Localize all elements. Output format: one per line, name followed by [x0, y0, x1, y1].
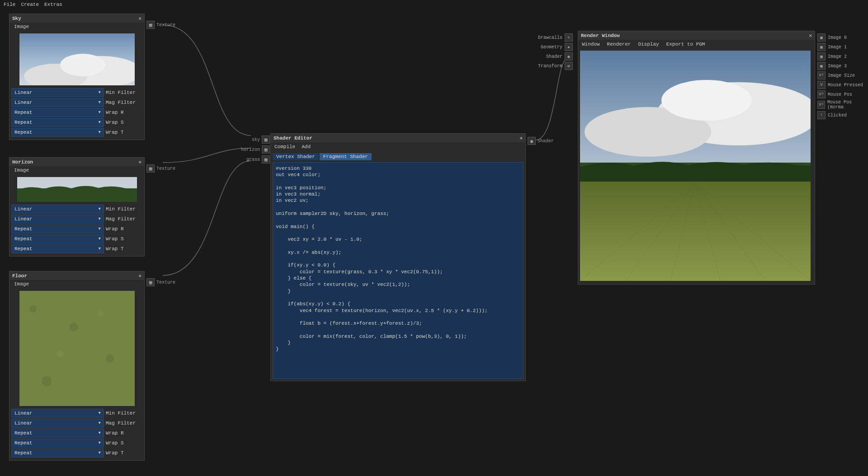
panel-title-text: Render Window	[581, 33, 620, 38]
dropdown-min-filter[interactable]: Linear	[11, 88, 104, 97]
image-icon: ▦	[262, 135, 270, 144]
panel-title-text: Horizon	[12, 159, 33, 165]
render-window-menu: Window Renderer Display Export to PGM	[578, 40, 815, 49]
dropdown-mag-filter[interactable]: Linear	[11, 419, 104, 428]
socket-label: Drawcalls	[538, 35, 562, 40]
svg-point-9	[69, 322, 78, 331]
output-socket-image-2[interactable]: ▦Image 2	[817, 52, 868, 61]
socket-label: horizon	[240, 147, 260, 152]
dropdown-wrap-s[interactable]: Repeat	[11, 118, 104, 127]
property-row: RepeatWrap R	[11, 429, 142, 438]
dropdown-mag-filter[interactable]: Linear	[11, 98, 104, 107]
panel-titlebar[interactable]: Shader Editor ✕	[271, 134, 525, 142]
shader-tabs: Vertex Shader Fragment Shader	[271, 151, 525, 160]
render-output-sockets: ▦Image 0▦Image 1▦Image 2▦Image 3V²Image …	[817, 33, 868, 119]
output-socket-clicked[interactable]: !Clicked	[817, 111, 868, 119]
close-icon[interactable]: ✕	[809, 33, 812, 38]
close-icon[interactable]: ✕	[138, 15, 142, 21]
output-socket-image-size[interactable]: V²Image Size	[817, 71, 868, 79]
svg-point-3	[60, 54, 105, 76]
dropdown-wrap-r[interactable]: Repeat	[11, 108, 104, 117]
output-socket-image-0[interactable]: ▦Image 0	[817, 33, 868, 42]
input-socket-grass[interactable]: grass ▦	[240, 155, 270, 163]
menu-compile[interactable]: Compile	[274, 144, 295, 149]
menu-add[interactable]: Add	[302, 144, 311, 149]
output-socket-texture[interactable]: ▦ Texture	[146, 278, 175, 286]
property-label: Mag Filter	[106, 216, 136, 222]
property-row: LinearMin Filter	[11, 88, 142, 97]
input-socket-geometry[interactable]: Geometry ◈	[541, 43, 573, 51]
property-label: Min Filter	[106, 206, 136, 212]
shader-editor-menu: Compile Add	[271, 142, 525, 151]
panel-titlebar[interactable]: Render Window ✕	[578, 31, 815, 40]
texture-preview-sky[interactable]	[19, 33, 135, 85]
input-socket-drawcalls[interactable]: Drawcalls ✎	[538, 33, 573, 42]
dropdown-mag-filter[interactable]: Linear	[11, 215, 104, 224]
dropdown-min-filter[interactable]: Linear	[11, 409, 104, 418]
dropdown-wrap-t[interactable]: Repeat	[11, 128, 104, 137]
tab-vertex-shader[interactable]: Vertex Shader	[273, 153, 319, 160]
menu-file[interactable]: File	[4, 2, 15, 7]
dropdown-wrap-s[interactable]: Repeat	[11, 234, 104, 243]
panel-subtitle: Image	[9, 166, 144, 174]
close-icon[interactable]: ✕	[138, 159, 142, 165]
output-socket-shader[interactable]: ◉ Shader	[528, 137, 554, 145]
texture-node-sky[interactable]: Sky ✕ Image LinearMin FilterLinearMag Fi…	[9, 14, 145, 140]
property-row: LinearMag Filter	[11, 215, 142, 224]
socket-label: Shader	[546, 54, 562, 59]
socket-label: Texture	[156, 166, 175, 171]
dropdown-wrap-r[interactable]: Repeat	[11, 224, 104, 233]
socket-label: Mouse Pos	[828, 92, 852, 97]
texture-node-horizon[interactable]: Horizon ✕ Image LinearMin FilterLinearMa…	[9, 157, 145, 257]
dropdown-wrap-t[interactable]: Repeat	[11, 244, 104, 253]
dropdown-wrap-t[interactable]: Repeat	[11, 448, 104, 457]
close-icon[interactable]: ✕	[138, 273, 142, 279]
render-window-node[interactable]: Render Window ✕ Window Renderer Display …	[578, 31, 815, 285]
menu-window[interactable]: Window	[582, 42, 600, 47]
property-row: RepeatWrap T	[11, 448, 142, 457]
menu-export-pgm[interactable]: Export to PGM	[666, 42, 705, 47]
type-icon: ▦	[817, 33, 826, 42]
panel-titlebar[interactable]: Floor ✕	[9, 271, 144, 280]
input-socket-sky[interactable]: sky ▦	[240, 135, 270, 144]
shader-editor-node[interactable]: Shader Editor ✕ Compile Add Vertex Shade…	[270, 133, 526, 381]
svg-rect-19	[580, 182, 811, 281]
output-socket-texture[interactable]: ▦ Texture	[146, 164, 175, 173]
property-label: Wrap T	[106, 130, 124, 135]
socket-label: sky	[240, 137, 260, 142]
render-viewport[interactable]	[580, 51, 811, 281]
panel-titlebar[interactable]: Horizon ✕	[9, 158, 144, 166]
shader-icon: ◉	[565, 52, 573, 61]
input-socket-shader[interactable]: Shader ◉	[546, 52, 573, 61]
menu-extras[interactable]: Extras	[44, 2, 62, 7]
socket-label: grass	[240, 157, 260, 162]
output-socket-mouse-pressed[interactable]: VMouse Pressed	[817, 81, 868, 89]
output-socket-mouse-pos-norma[interactable]: V²Mouse Pos (Norma	[817, 100, 868, 110]
close-icon[interactable]: ✕	[519, 135, 523, 141]
texture-preview-floor[interactable]	[19, 291, 135, 406]
dropdown-min-filter[interactable]: Linear	[11, 205, 104, 214]
output-socket-image-3[interactable]: ▦Image 3	[817, 62, 868, 70]
image-icon: ▦	[146, 164, 155, 173]
input-socket-horizon[interactable]: horizon ▦	[240, 145, 270, 154]
node-canvas[interactable]: Sky ✕ Image LinearMin FilterLinearMag Fi…	[0, 9, 868, 476]
output-socket-image-1[interactable]: ▦Image 1	[817, 43, 868, 51]
output-socket-texture[interactable]: ▦ Texture	[146, 21, 175, 29]
panel-titlebar[interactable]: Sky ✕	[9, 14, 144, 23]
transform-icon: ⊞	[565, 62, 573, 70]
panel-title-text: Sky	[12, 16, 21, 21]
input-socket-transform[interactable]: Transform ⊞	[538, 62, 573, 70]
menu-display[interactable]: Display	[638, 42, 659, 47]
dropdown-wrap-s[interactable]: Repeat	[11, 439, 104, 448]
texture-preview-horizon[interactable]	[17, 177, 137, 202]
menu-renderer[interactable]: Renderer	[607, 42, 631, 47]
output-socket-mouse-pos[interactable]: V²Mouse Pos	[817, 90, 868, 98]
dropdown-wrap-r[interactable]: Repeat	[11, 429, 104, 438]
tab-fragment-shader[interactable]: Fragment Shader	[320, 153, 372, 160]
panel-title-text: Floor	[12, 273, 27, 279]
texture-node-floor[interactable]: Floor ✕ Image LinearMin FilterLinearMag …	[9, 271, 145, 461]
property-label: Mag Filter	[106, 100, 136, 105]
type-icon: ▦	[817, 62, 826, 70]
shader-code-editor[interactable]: #version 330 out vec4 color; in vec3 pos…	[273, 162, 524, 379]
menu-create[interactable]: Create	[21, 2, 39, 7]
